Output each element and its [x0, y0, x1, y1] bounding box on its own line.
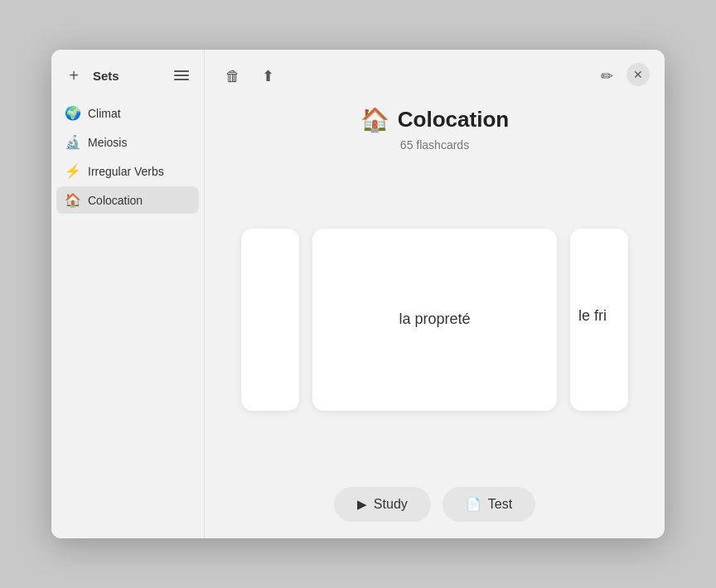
add-set-button[interactable]: +: [63, 65, 85, 86]
delete-button[interactable]: 🗑: [220, 63, 246, 89]
test-button[interactable]: 📄 Test: [443, 487, 535, 522]
meiosis-icon: 🔬: [65, 134, 81, 150]
set-header: 🏠 Colocation 65 flashcards: [205, 98, 665, 165]
sidebar-item-label: Meiosis: [88, 136, 127, 149]
hamburger-icon: [174, 70, 189, 80]
edit-button[interactable]: ✏: [593, 63, 620, 89]
study-button[interactable]: ▶ Study: [334, 487, 431, 522]
set-emoji: 🏠: [360, 106, 389, 133]
colocation-icon: 🏠: [65, 192, 81, 208]
toolbar-right: ✏ ✕: [593, 63, 650, 89]
toolbar: 🗑 ⬆ ✏ ✕: [205, 50, 665, 98]
sidebar-item-meiosis[interactable]: 🔬 Meiosis: [56, 128, 199, 156]
sidebar-item-label: Colocation: [88, 194, 143, 207]
sidebar: + Sets 🌍 Climat 🔬 Meiosis ⚡ Irregular Ve…: [51, 50, 205, 538]
test-label: Test: [488, 497, 512, 512]
play-icon: ▶: [357, 497, 367, 512]
sidebar-header: + Sets: [51, 58, 204, 99]
study-label: Study: [374, 497, 408, 512]
test-icon: 📄: [466, 497, 481, 512]
climat-icon: 🌍: [65, 105, 81, 121]
sidebar-item-irregular-verbs[interactable]: ⚡ Irregular Verbs: [56, 157, 199, 185]
sidebar-items-list: 🌍 Climat 🔬 Meiosis ⚡ Irregular Verbs 🏠 C…: [51, 99, 204, 214]
flashcard-center-text: la propreté: [399, 311, 470, 328]
flashcard-center[interactable]: la propreté: [312, 229, 557, 411]
flashcard-count: 65 flashcards: [400, 138, 469, 152]
flashcard-left[interactable]: [241, 229, 299, 411]
app-window: + Sets 🌍 Climat 🔬 Meiosis ⚡ Irregular Ve…: [51, 50, 665, 538]
export-button[interactable]: ⬆: [254, 63, 281, 89]
flashcard-right[interactable]: le fri: [570, 229, 628, 411]
actions-area: ▶ Study 📄 Test: [205, 474, 665, 538]
sidebar-item-label: Climat: [88, 107, 121, 120]
sidebar-item-climat[interactable]: 🌍 Climat: [56, 99, 199, 127]
set-title-row: 🏠 Colocation: [360, 106, 509, 133]
close-button[interactable]: ✕: [626, 63, 650, 86]
flashcard-right-text: le fri: [578, 229, 607, 325]
main-content: 🗑 ⬆ ✏ ✕ 🏠 Colocation 65 flashcards la pr…: [205, 50, 665, 538]
sidebar-title: Sets: [93, 69, 162, 83]
toolbar-left: 🗑 ⬆: [220, 63, 281, 89]
sidebar-item-colocation[interactable]: 🏠 Colocation: [56, 186, 199, 214]
sidebar-menu-button[interactable]: [171, 65, 192, 86]
set-title: Colocation: [398, 107, 509, 133]
cards-area: la propreté le fri: [205, 165, 665, 474]
sidebar-item-label: Irregular Verbs: [88, 165, 164, 178]
irregular-verbs-icon: ⚡: [65, 163, 81, 179]
